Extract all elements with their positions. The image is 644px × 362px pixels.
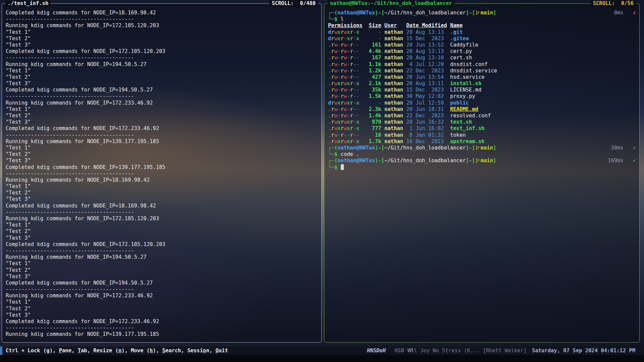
hint-text: ane, [62,348,78,354]
terminal-line: "Test 1" [6,222,318,228]
hint-text: n, [206,348,215,354]
terminal-line: "Test 1" [6,299,318,305]
file-permissions: .rwxrwxr-x [328,119,363,125]
file-row: .rw-rw-r--2.3knathan20 Jun 18:31README.m… [328,106,636,113]
file-row: .rw-r--r--16nathan 8 Jan 01:32token [328,132,636,138]
terminal-line: Running kdig commands for NODE_IP=139.17… [6,138,318,145]
terminal-line: Running kdig commands for NODE_IP=172.23… [6,293,318,299]
command-duration: 30ms [611,145,623,151]
file-owner: nathan [384,42,403,48]
file-owner: nathan [384,113,403,119]
hint-key-letter: g [46,348,49,354]
file-row: .rw-rw-r--1.2knathan22 Dec 2023dnsdist.s… [328,68,636,74]
left-pane-title-text: ./test_inf.sh [8,0,48,7]
file-owner: nathan [384,74,403,80]
terminal-line: "Test 2" [6,228,318,235]
column-header-permissions: Permissions [328,22,363,29]
terminal-line: Running kdig commands for NODE_IP=18.169… [6,177,318,183]
file-date: 20 Aug 13:11 [406,80,447,87]
terminal-line: Running kdig commands for NODE_IP=172.10… [6,22,318,29]
status-bar: Ctrl + Lock (g), Pane, Tab, Resize (n), … [0,347,644,355]
prompt-git-branch: main [481,158,493,164]
scroll-value: 0/480 [300,0,316,7]
terminal-line: "Test 1" [6,29,318,36]
file-date: 20 Jun 16:32 [406,119,447,125]
file-size: 16 [366,132,381,138]
command-text: l [340,16,343,22]
terminal-line: "Test 3" [6,196,318,202]
file-owner: nathan [384,93,403,100]
prompt-frame: └─$ [328,16,340,22]
screen-bottom-edge [0,355,644,362]
hint-text: ), [121,348,131,354]
file-row: drwxr-xr-x-nathan15 Dec 2023.gitea [328,36,636,42]
file-owner: nathan [384,61,403,68]
command-duration: 0ms [614,10,624,16]
prompt-frame: ]-[ [466,10,475,16]
file-date: 22 Dec 2023 [406,113,447,119]
prompt-git-branch: main [481,145,493,151]
file-name: LICENSE.md [450,87,636,93]
file-row: .rwxrwxr-x970nathan20 Jun 16:32test.sh [328,119,636,125]
right-pane-content: ┌─(nathan@NWTux)-[~/Git/hns_doh_loadbala… [324,4,639,342]
prompt-user-host: nathan@NWTux [337,158,375,164]
file-row: .rwxrwxr-x777nathan 1 Jun 16:02test_inf.… [328,125,636,132]
file-date: 15 Dec 2023 [406,87,447,93]
file-permissions: drwxrwxr-x [328,100,363,106]
hint-key-letter: S [162,348,165,354]
terminal-line: ----------------------------------------… [6,171,318,177]
file-date: 16 Dec 2023 [406,138,447,145]
prompt-git-branch: main [481,10,493,16]
hint-key-letter: P [59,348,62,354]
right-terminal-pane[interactable]: nathan@NWTux:~/Git/hns_doh_loadbalancer … [324,3,640,343]
terminal-line: "Test 3" [6,312,318,318]
success-icon: ✓ [633,158,636,164]
prompt-frame: )-[ [375,145,384,151]
prompt-frame: └─$ [328,164,340,170]
file-owner: nathan [384,55,403,61]
file-name: hsd.service [450,74,636,80]
terminal-line: ----------------------------------------… [6,325,318,331]
left-terminal-pane[interactable]: ./test_inf.sh SCROLL: 0/480 Completed kd… [2,3,322,343]
terminal-line: Running kdig commands for NODE_IP=139.17… [6,331,318,338]
terminal-line: "Test 3" [6,158,318,164]
file-owner: nathan [384,87,403,93]
file-date: 20 Aug 13:10 [406,55,447,61]
terminal-line: "Test 2" [6,190,318,196]
file-row: .rw-rw-r--1.5knathan30 May 12:02proxy.py [328,93,636,100]
prompt-line: ┌─(nathan@NWTux)-[~/Git/hns_doh_loadbala… [328,158,636,164]
terminal-line: "Test 2" [6,113,318,119]
file-date: 20 Aug 13:13 [406,29,447,36]
terminal-line: "Test 1" [6,183,318,190]
hint-key-letter: T [78,348,81,354]
file-permissions: .rw-rw-r-- [328,106,363,113]
terminal-line: Completed kdig commands for NODE_IP=18.1… [6,203,318,209]
file-owner: nathan [384,106,403,113]
file-size: 2.1k [366,80,381,87]
prompt-user-host: nathan@NWTux [337,10,375,16]
file-name: Caddyfile [450,42,636,48]
terminal-line: ----------------------------------------… [6,93,318,100]
file-date: 20 Jun 18:31 [406,106,447,113]
prompt-frame: ] [493,145,496,151]
hint-text: earch, [165,348,187,354]
file-size: 427 [366,74,381,80]
hint-key-letter: o [203,348,206,354]
success-icon: ✓ [633,145,636,151]
hint-key-letter: n [118,348,121,354]
file-date: 22 Dec 2023 [406,68,447,74]
file-row: .rw-rw-r--427nathan20 Jun 13:54hsd.servi… [328,74,636,80]
file-owner: nathan [384,132,403,138]
hint-text: Ctrl + [6,348,28,354]
terminal-line: Running kdig commands for NODE_IP=172.23… [6,100,318,106]
terminal-line: "Test 1" [6,145,318,151]
terminal-line: "Test 2" [6,306,318,312]
file-date: 20 Aug 13:13 [406,48,447,55]
file-permissions: .rwxrwxr-x [328,138,363,145]
git-branch-icon [476,10,480,16]
terminal-line: Completed kdig commands for NODE_IP=172.… [6,241,318,248]
file-owner: nathan [384,125,403,132]
file-size: 35k [366,87,381,93]
file-permissions: .rw-rw-r-- [328,42,363,48]
hint-key-letter: Q [215,348,218,354]
